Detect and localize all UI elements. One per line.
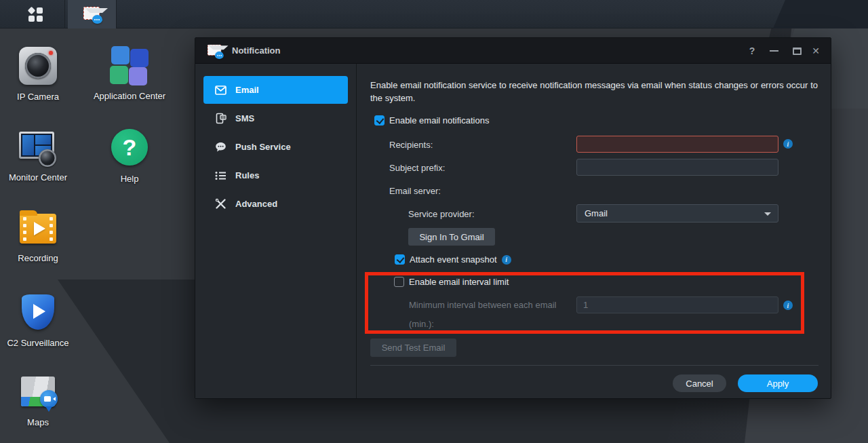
checkbox-label: Enable email interval limit	[409, 277, 509, 287]
email-settings-panel: Enable email notification service to rec…	[357, 64, 831, 398]
enable-email-notifications-row: Enable email notifications	[374, 115, 489, 126]
interval-limit-checkbox[interactable]	[394, 277, 404, 287]
desktop-icon-label: Application Center	[89, 91, 170, 101]
sidebar-item-advanced[interactable]: Advanced	[203, 190, 348, 218]
maximize-icon	[793, 47, 802, 55]
sign-in-gmail-button[interactable]: Sign In To Gmail	[408, 228, 495, 246]
close-button[interactable]: ✕	[808, 38, 824, 64]
service-provider-value: Gmail	[585, 208, 608, 218]
notification-dialog: Notification ? ✕ Email SMS Push Service	[195, 37, 831, 399]
sidebar-item-push-service[interactable]: Push Service	[203, 133, 348, 161]
sidebar-item-label: Advanced	[235, 199, 277, 209]
service-provider-dropdown[interactable]: Gmail	[576, 204, 778, 223]
desktop-icon-application-center[interactable]: Application Center	[89, 46, 170, 101]
sidebar-item-label: SMS	[235, 113, 254, 123]
maps-icon	[18, 372, 58, 412]
attach-snapshot-info-icon[interactable]: i	[502, 255, 511, 265]
checkbox-label: Enable email notifications	[389, 115, 489, 126]
cancel-button[interactable]: Cancel	[673, 374, 726, 392]
email-icon	[215, 84, 226, 96]
sidebar-item-label: Rules	[235, 170, 259, 180]
dialog-title: Notification	[232, 45, 281, 56]
push-service-icon	[215, 141, 226, 153]
chevron-down-icon	[764, 212, 771, 216]
desktop-icon-maps[interactable]: Maps	[0, 372, 79, 427]
desktop-icon-label: IP Camera	[0, 92, 79, 102]
desktop-icon-label: C2 Surveillance	[0, 338, 79, 348]
desktop-icon-label: Maps	[0, 417, 79, 427]
app-grid-icon	[28, 7, 43, 22]
desktop-icon-ip-camera[interactable]: IP Camera	[0, 46, 79, 102]
desktop-icon-label: Recording	[0, 253, 79, 263]
interval-limit-row: Enable email interval limit	[394, 277, 509, 287]
enable-email-notifications-checkbox[interactable]	[374, 115, 384, 126]
desktop-icon-c2-surveillance[interactable]: C2 Surveillance	[0, 293, 79, 348]
maximize-button[interactable]	[789, 38, 805, 64]
email-description: Enable email notification service to rec…	[370, 79, 818, 104]
taskbar	[0, 0, 868, 28]
attach-snapshot-row: Attach event snapshot i	[395, 254, 511, 265]
send-test-email-button[interactable]: Send Test Email	[370, 339, 456, 357]
service-provider-label: Service provider:	[408, 209, 475, 219]
application-center-icon	[110, 46, 149, 85]
help-button[interactable]: ?	[744, 38, 760, 64]
recording-icon	[18, 208, 58, 248]
email-server-label: Email server:	[389, 186, 441, 196]
notification-envelope-icon	[83, 7, 101, 22]
sms-icon	[215, 113, 226, 124]
interval-input[interactable]	[576, 296, 778, 313]
help-icon: ?	[111, 129, 148, 166]
minimize-button[interactable]	[766, 38, 782, 64]
footer-divider	[370, 365, 818, 366]
advanced-icon	[215, 198, 226, 210]
monitor-center-icon	[18, 128, 58, 167]
desktop-icon-label: Help	[89, 174, 170, 184]
interval-field-label: Minimum interval between each email (min…	[409, 296, 581, 334]
sidebar-item-rules[interactable]: Rules	[203, 161, 348, 189]
sidebar-item-label: Push Service	[235, 142, 291, 152]
attach-snapshot-checkbox[interactable]	[395, 254, 405, 265]
sidebar-item-label: Email	[235, 85, 259, 95]
taskbar-corner-shape	[773, 0, 868, 28]
ip-camera-icon	[19, 47, 57, 85]
desktop-icon-recording[interactable]: Recording	[0, 208, 79, 263]
subject-prefix-input[interactable]	[576, 159, 778, 176]
subject-prefix-label: Subject prefix:	[389, 163, 445, 173]
taskbar-notification-tab[interactable]	[68, 0, 117, 28]
dialog-sidebar: Email SMS Push Service Rules Advanced	[195, 64, 357, 398]
apply-button[interactable]: Apply	[738, 374, 818, 392]
desktop-icon-monitor-center[interactable]: Monitor Center	[0, 128, 79, 182]
recipients-input[interactable]	[576, 136, 778, 153]
recipients-info-icon[interactable]: i	[783, 139, 793, 149]
main-menu-button[interactable]	[5, 0, 65, 28]
c2-surveillance-icon	[18, 293, 58, 332]
desktop-icon-label: Monitor Center	[0, 172, 79, 182]
recipients-label: Recipients:	[389, 140, 433, 150]
interval-info-icon[interactable]: i	[783, 301, 793, 310]
desktop-icon-help[interactable]: ? Help	[89, 128, 170, 184]
checkbox-label: Attach event snapshot	[410, 254, 497, 265]
dialog-titlebar[interactable]: Notification ? ✕	[195, 38, 831, 64]
desktop-screen: { "taskbar": { "apps_button_icon": "app-…	[0, 0, 868, 443]
minimize-icon	[770, 50, 778, 52]
sidebar-item-sms[interactable]: SMS	[203, 104, 348, 132]
notification-envelope-icon	[208, 44, 222, 57]
sidebar-item-email[interactable]: Email	[203, 76, 348, 104]
rules-icon	[215, 170, 226, 181]
